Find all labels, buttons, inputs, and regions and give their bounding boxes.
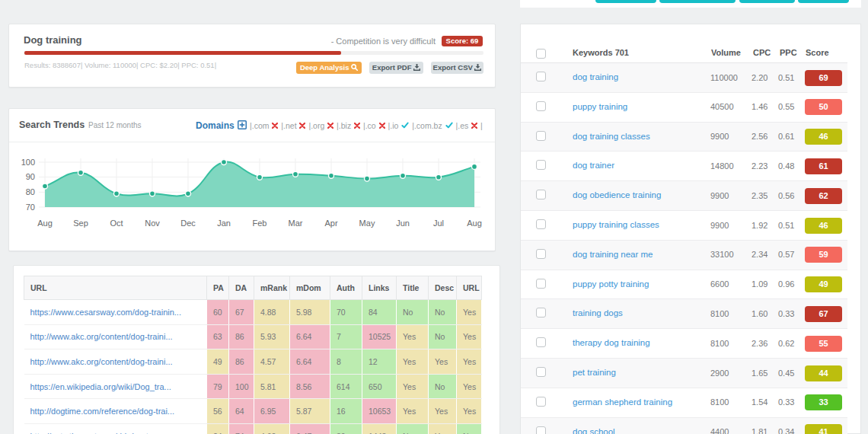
- svg-text:Mar: Mar: [289, 219, 303, 228]
- svg-text:90: 90: [26, 172, 35, 181]
- svg-text:Jan: Jan: [217, 219, 231, 228]
- svg-text:Feb: Feb: [253, 219, 267, 228]
- svg-text:70: 70: [26, 203, 35, 212]
- svg-text:Apr: Apr: [324, 219, 337, 228]
- svg-text:Jun: Jun: [396, 219, 410, 228]
- svg-text:80: 80: [26, 187, 35, 196]
- svg-text:Nov: Nov: [145, 219, 160, 228]
- svg-text:Aug: Aug: [467, 219, 482, 228]
- svg-text:Jul: Jul: [433, 219, 444, 228]
- svg-text:100: 100: [21, 158, 35, 167]
- svg-text:Dec: Dec: [180, 219, 196, 228]
- svg-text:Aug: Aug: [37, 219, 53, 228]
- svg-text:Oct: Oct: [110, 219, 123, 228]
- svg-text:Sep: Sep: [73, 219, 88, 228]
- svg-text:May: May: [359, 219, 375, 228]
